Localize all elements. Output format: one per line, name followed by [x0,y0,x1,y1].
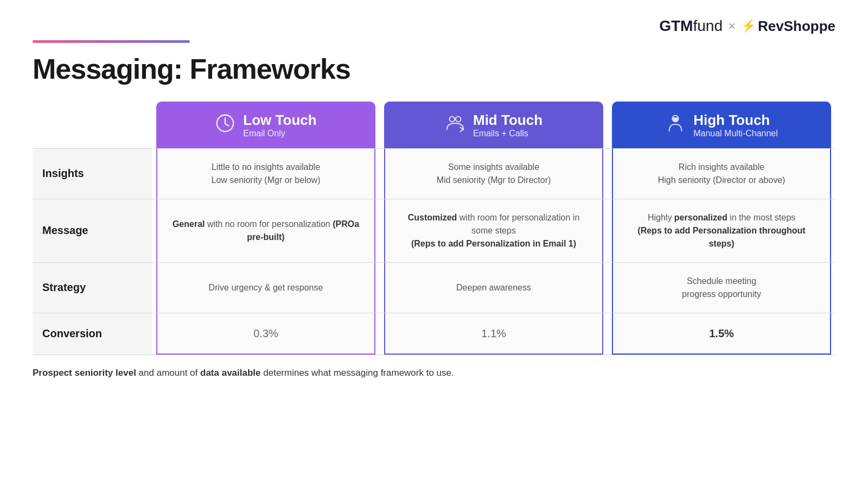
frameworks-table: Low Touch Email Only Mid Touch Emails [33,102,835,355]
strategy-label: Strategy [33,263,152,313]
logo-x: × [728,18,736,34]
col-header-mid: Mid Touch Emails + Calls [384,102,603,148]
insights-mid-cell: Some insights availableMid seniority (Mg… [384,149,603,199]
data-rows: Insights Little to no insights available… [33,148,835,355]
message-label: Message [33,199,152,262]
message-high-cell: Highly personalized in the most steps(Re… [612,199,831,262]
strategy-low-cell: Drive urgency & get response [156,263,375,313]
mid-touch-header-text: Mid Touch Emails + Calls [473,112,542,138]
logo-fund-text: fund [693,17,723,34]
page-title: Messaging: Frameworks [33,53,835,85]
table-row: Message General with no room for persona… [33,199,835,262]
col-header-low: Low Touch Email Only [156,102,375,148]
insights-low-text: Little to no insights availableLow senio… [212,161,321,187]
strategy-low-text: Drive urgency & get response [209,281,323,294]
low-touch-title: Low Touch [243,112,316,128]
table-row: Conversion 0.3% 1.1% 1.5% [33,313,835,355]
footer-text-4: determines what messaging framework to u… [261,368,454,378]
people-arrow-icon [445,113,465,138]
low-touch-header-text: Low Touch Email Only [243,112,316,138]
logo-gtm-text: GTM [659,17,693,34]
revshoppe-text: RevShoppe [758,18,835,35]
conversion-low-cell: 0.3% [156,313,375,355]
strategy-mid-text: Deepen awareness [456,281,531,294]
insights-low-cell: Little to no insights availableLow senio… [156,149,375,199]
insights-mid-text: Some insights availableMid seniority (Mg… [437,161,551,187]
conversion-high-cell: 1.5% [612,313,831,355]
conversion-mid-cell: 1.1% [384,313,603,355]
gradient-bar [33,40,190,43]
high-touch-subtitle: Manual Multi-Channel [693,128,778,138]
message-mid-text: Customized with room for personalization… [398,211,589,250]
mid-touch-title: Mid Touch [473,112,542,128]
conversion-label: Conversion [33,313,152,355]
logo-revshoppe: ⚡ RevShoppe [741,18,835,35]
message-high-text: Highly personalized in the most steps(Re… [626,211,817,250]
low-touch-subtitle: Email Only [243,128,285,138]
strategy-mid-cell: Deepen awareness [384,263,603,313]
column-headers: Low Touch Email Only Mid Touch Emails [33,102,835,148]
conversion-mid-value: 1.1% [481,325,506,342]
message-mid-cell: Customized with room for personalization… [384,199,603,262]
footer-bold-1: Prospect seniority level [33,368,136,378]
header: GTMfund × ⚡ RevShoppe [33,17,835,35]
message-low-text: General with no room for personalization… [170,218,361,244]
conversion-high-value: 1.5% [709,325,734,342]
high-touch-title: High Touch [693,112,770,128]
conversion-low-value: 0.3% [253,325,278,342]
high-touch-header-text: High Touch Manual Multi-Channel [693,112,778,138]
insights-label: Insights [33,149,152,199]
bolt-icon: ⚡ [741,19,756,33]
header-empty-cell [33,102,152,148]
message-low-cell: General with no room for personalization… [156,199,375,262]
logo-gtmfund: GTMfund [659,17,723,35]
svg-point-1 [450,117,455,122]
footer-text-2: and amount of [136,368,200,378]
insights-high-text: Rich insights availableHigh seniority (D… [658,161,786,187]
col-header-high: High Touch Manual Multi-Channel [612,102,831,148]
logo: GTMfund × ⚡ RevShoppe [659,17,835,35]
strategy-high-cell: Schedule meetingprogress opportunity [612,263,831,313]
clock-icon [215,113,235,138]
footer-bold-3: data available [200,368,261,378]
svg-point-2 [456,117,461,122]
footer-note: Prospect seniority level and amount of d… [33,366,835,380]
insights-high-cell: Rich insights availableHigh seniority (D… [612,149,831,199]
table-row: Insights Little to no insights available… [33,148,835,199]
strategy-high-text: Schedule meetingprogress opportunity [682,275,761,301]
page: GTMfund × ⚡ RevShoppe Messaging: Framewo… [0,0,868,486]
person-heart-icon [665,113,686,138]
table-row: Strategy Drive urgency & get response De… [33,262,835,313]
mid-touch-subtitle: Emails + Calls [473,128,528,138]
